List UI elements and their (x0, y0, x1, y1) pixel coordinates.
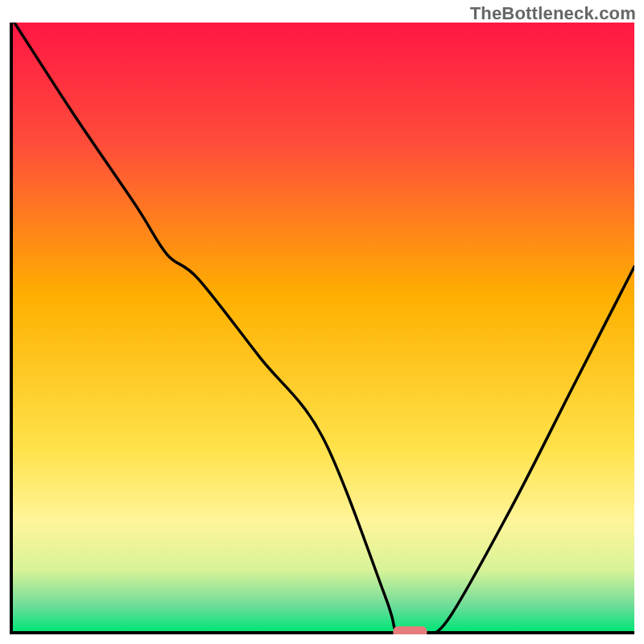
chart-svg (10, 23, 634, 634)
watermark-text: TheBottleneck.com (470, 3, 636, 24)
chart-plot (10, 23, 634, 634)
chart-stage: TheBottleneck.com (0, 0, 644, 644)
chart-background (10, 23, 634, 631)
optimal-marker (393, 626, 427, 634)
